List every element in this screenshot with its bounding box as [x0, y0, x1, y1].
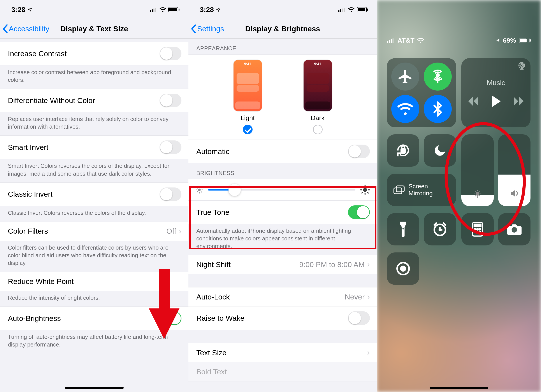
play-icon[interactable]: [491, 96, 501, 107]
svg-rect-3: [155, 8, 156, 12]
status-bar: 3:28: [188, 0, 377, 19]
svg-point-56: [402, 228, 404, 230]
row-brightness-slider[interactable]: [188, 179, 377, 201]
chevron-left-icon: [3, 25, 8, 33]
wifi-button[interactable]: [391, 95, 419, 123]
volume-slider[interactable]: [498, 134, 531, 206]
svg-line-54: [475, 196, 476, 196]
svg-point-72: [400, 266, 406, 272]
svg-rect-10: [343, 8, 345, 12]
row-text-size[interactable]: Text Size ›: [188, 343, 377, 362]
preview-time: 9:41: [234, 62, 262, 66]
row-color-filters[interactable]: Color Filters Off ›: [0, 222, 188, 241]
brightness-slider[interactable]: [461, 134, 494, 206]
forward-icon[interactable]: [513, 97, 524, 106]
partial-footer: some backgrounds to increase legibility.: [0, 38, 188, 42]
row-label: Reduce White Point: [8, 277, 74, 286]
back-label: Accessibility: [9, 25, 49, 33]
row-label: Night Shift: [196, 260, 231, 269]
carrier-label: AT&T: [397, 37, 415, 44]
location-icon: [28, 7, 32, 12]
row-true-tone[interactable]: True Tone: [188, 201, 377, 224]
chevron-right-icon: ›: [367, 292, 370, 301]
bluetooth-button[interactable]: [424, 95, 452, 123]
do-not-disturb-button[interactable]: [424, 134, 456, 167]
screenshot-display-brightness: 3:28 Settings Display & Brightness APPEA…: [188, 0, 377, 392]
home-indicator[interactable]: [430, 387, 488, 389]
row-classic-invert[interactable]: Classic Invert: [0, 182, 188, 206]
toggle-classic-invert[interactable]: [160, 187, 182, 201]
battery-icon: [519, 38, 531, 43]
battery-icon: [357, 7, 368, 12]
sun-icon: [473, 189, 482, 199]
appearance-label: Dark: [304, 114, 332, 122]
music-tile[interactable]: Music: [461, 58, 531, 127]
calculator-button[interactable]: [461, 213, 494, 245]
airplane-button[interactable]: [391, 62, 419, 91]
screen-mirroring-button[interactable]: Screen Mirroring: [387, 174, 456, 206]
brightness-slider[interactable]: [208, 189, 355, 191]
toggle-true-tone[interactable]: [348, 205, 370, 219]
rewind-icon[interactable]: [468, 97, 479, 106]
connectivity-tile[interactable]: [387, 58, 456, 127]
chevron-right-icon: ›: [367, 348, 370, 357]
flashlight-button[interactable]: [387, 213, 419, 245]
svg-line-29: [367, 192, 368, 193]
screen-record-button[interactable]: [387, 253, 419, 285]
camera-button[interactable]: [498, 213, 531, 245]
row-increase-contrast[interactable]: Increase Contrast: [0, 42, 188, 65]
row-automatic[interactable]: Automatic: [188, 140, 377, 163]
radio-light[interactable]: [243, 125, 253, 134]
status-bar: 3:28: [0, 0, 188, 19]
back-button[interactable]: Accessibility: [3, 25, 49, 33]
row-raise-to-wake[interactable]: Raise to Wake: [188, 306, 377, 330]
row-auto-lock[interactable]: Auto-Lock Never ›: [188, 287, 377, 306]
svg-point-64: [474, 229, 476, 230]
status-bar: AT&T 69%: [377, 37, 541, 44]
rotation-lock-button[interactable]: [387, 134, 419, 167]
svg-rect-32: [387, 41, 388, 43]
row-night-shift[interactable]: Night Shift 9:00 PM to 8:00 AM ›: [188, 255, 377, 274]
home-indicator[interactable]: [65, 387, 124, 389]
back-button[interactable]: Settings: [191, 25, 224, 33]
timer-button[interactable]: [424, 213, 456, 245]
cellular-data-button[interactable]: [424, 62, 452, 91]
svg-point-61: [439, 229, 441, 231]
svg-line-20: [201, 192, 202, 192]
appearance-label: Light: [234, 114, 262, 122]
row-smart-invert[interactable]: Smart Invert: [0, 135, 188, 159]
preview-light: 9:41: [234, 60, 262, 111]
row-reduce-white-point[interactable]: Reduce White Point: [0, 272, 188, 291]
row-bold-text[interactable]: Bold Text: [188, 362, 377, 382]
row-value: 9:00 PM to 8:00 AM: [299, 260, 365, 269]
rotation-lock-icon: [395, 143, 411, 158]
row-differentiate-without-color[interactable]: Differentiate Without Color: [0, 89, 188, 112]
svg-line-55: [479, 191, 480, 192]
svg-point-14: [198, 189, 201, 191]
row-auto-brightness[interactable]: Auto-Brightness: [0, 306, 188, 330]
toggle-increase-contrast[interactable]: [160, 47, 182, 60]
toggle-auto-brightness[interactable]: [160, 311, 182, 325]
toggle-differentiate-without-color[interactable]: [160, 94, 182, 107]
location-icon: [216, 7, 221, 12]
status-indicators: [150, 7, 180, 12]
toggle-raise-to-wake[interactable]: [348, 311, 370, 325]
svg-rect-0: [150, 10, 151, 12]
nav-title: Display & Brightness: [245, 25, 320, 33]
svg-line-21: [197, 192, 198, 192]
airplane-icon: [397, 68, 413, 85]
toggle-automatic[interactable]: [348, 144, 370, 158]
svg-point-70: [512, 227, 517, 232]
appearance-option-light[interactable]: 9:41 Light: [234, 60, 262, 134]
cellular-icon: [338, 7, 346, 12]
svg-point-47: [476, 192, 479, 196]
row-footer: Smart Invert Colors reverses the colors …: [0, 159, 188, 182]
svg-rect-44: [401, 149, 405, 153]
appearance-option-dark[interactable]: 9:41 Dark: [304, 60, 332, 134]
svg-rect-33: [389, 40, 390, 43]
radio-dark[interactable]: [313, 125, 323, 134]
row-footer: Reduce the intensity of bright colors.: [0, 291, 188, 306]
row-label: Differentiate Without Color: [8, 96, 95, 105]
toggle-smart-invert[interactable]: [160, 140, 182, 154]
screen-mirroring-label: Screen Mirroring: [409, 183, 449, 197]
